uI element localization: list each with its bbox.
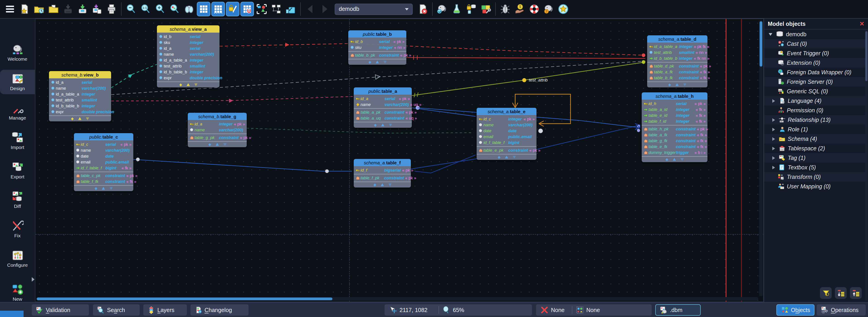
collapse-icon[interactable]	[85, 116, 90, 121]
collapse-diamond-icon[interactable]	[373, 123, 377, 127]
sidebar-item-design[interactable]: Design	[0, 70, 35, 94]
constraint-table_f_pk[interactable]: table_f_pkconstraint« pk »	[354, 175, 411, 181]
collapse-diamond-icon[interactable]	[70, 117, 74, 121]
column-id_h[interactable]: id_hserial« pk »	[642, 101, 708, 106]
constraint-table_e_pk[interactable]: table_e_pkconstraint« pk »	[477, 147, 536, 153]
column-id_a[interactable]: id_aserial	[157, 45, 219, 51]
collapse-diamond-icon[interactable]	[373, 183, 377, 187]
table-header[interactable]: schema_a.view_a	[157, 25, 219, 33]
column-name[interactable]: namevarchar(200)	[188, 127, 247, 133]
manage-permissions-button[interactable]	[464, 2, 478, 16]
expand-icon[interactable]	[380, 123, 385, 127]
column-id_a[interactable]: id_aserial	[49, 79, 111, 85]
expand-icon[interactable]	[504, 155, 508, 160]
collapse-diamond-icon[interactable]	[179, 83, 183, 87]
zoom-in-button[interactable]	[153, 2, 167, 16]
canvas-hscrollbar[interactable]	[36, 297, 758, 301]
table-header[interactable]: schema_a.table_f	[354, 159, 411, 166]
expand-icon[interactable]	[380, 182, 384, 187]
donate-button[interactable]: $	[513, 2, 527, 16]
column-id_f[interactable]: id_fbigserial« pk »	[354, 167, 411, 173]
column-id_b_table_b[interactable]: id_b_table_binteger	[157, 69, 219, 75]
column-table_e_id[interactable]: table_e_idinteger« fk »	[642, 112, 708, 118]
column-date[interactable]: datedate	[477, 128, 536, 134]
snap-to-grid-button[interactable]	[240, 2, 254, 16]
sidebar-item-welcome[interactable]: Welcome	[0, 40, 35, 65]
sidebar-item-manage[interactable]: Manage	[0, 99, 35, 124]
expand-icon[interactable]	[675, 82, 679, 87]
column-id_b[interactable]: id_bserial« pk »	[348, 38, 406, 44]
table-table_a[interactable]: public.table_aid_aserial« pk »namevarcha…	[354, 87, 412, 128]
expand-icon[interactable]	[186, 82, 190, 87]
tree-item-perm[interactable]: Permission (0)	[764, 106, 866, 115]
collapse-diamond-icon[interactable]	[94, 186, 98, 190]
tree-item-event[interactable]: Event Trigger (0)	[764, 48, 866, 58]
page-delimiters-button[interactable]	[211, 2, 225, 16]
compact-view-button[interactable]	[284, 2, 298, 16]
validation-button[interactable]: Validation	[32, 304, 89, 316]
dbm-file-tab[interactable]: .dbm	[655, 304, 701, 316]
tree-expand-caret[interactable]	[772, 137, 775, 141]
model-canvas[interactable]: schema_a.view_aid_bserialskuintegerid_as…	[35, 19, 764, 302]
nav-forward-button[interactable]	[318, 2, 332, 16]
collapse-icon[interactable]	[512, 155, 516, 160]
tree-item-demodb[interactable]: demodb	[764, 29, 866, 39]
column-name[interactable]: namevarchar(200)	[74, 147, 133, 153]
open-recent-button[interactable]	[32, 2, 46, 16]
tree-item-fdw[interactable]: Foreign Data Wrapper (0)	[764, 68, 866, 77]
panel-scroll-thumb[interactable]	[865, 31, 868, 81]
validate-model-button[interactable]	[435, 2, 449, 16]
table-table_d[interactable]: schema_a.table_did_a_table_ainteger« pk …	[647, 35, 708, 87]
zoom-out-button[interactable]	[124, 2, 138, 16]
tree-item-ext[interactable]: Extension (0)	[764, 58, 866, 68]
column-id_c[interactable]: id_cinteger« pk »	[477, 116, 536, 122]
sidebar-item-fix[interactable]: Fix	[0, 217, 35, 241]
view-view_a[interactable]: schema_a.view_aid_bserialskuintegerid_as…	[157, 25, 219, 87]
column-email[interactable]: emailpublic.email	[477, 134, 536, 139]
expand-icon[interactable]	[78, 116, 82, 121]
main-menu-button[interactable]	[3, 2, 17, 16]
operations-toggle-button[interactable]: Operations	[817, 304, 866, 316]
collapse-icon[interactable]	[193, 82, 198, 87]
collapse-diamond-icon[interactable]	[497, 155, 501, 159]
tree-item-sql[interactable]: SQLGeneric SQL (0)	[764, 86, 866, 96]
constraint-table_b_pk[interactable]: table_b_pkconstraint« pk »	[348, 52, 406, 58]
view-view_b[interactable]: schema_b.view_bid_aserialnamevarchar(200…	[49, 71, 111, 121]
constraint-table_a_uq[interactable]: table_a_uqconstraint« uq »	[354, 115, 412, 121]
constraint-table_a_pk[interactable]: table_a_pkconstraint« pk »	[354, 109, 412, 115]
table-header[interactable]: schema_b.view_b	[49, 71, 111, 78]
collapse-icon[interactable]	[382, 60, 387, 64]
sidebar-item-diff[interactable]: Diff	[0, 187, 35, 212]
collapse-diamond-icon[interactable]	[208, 142, 212, 146]
collapse-diamond-icon[interactable]	[668, 83, 672, 87]
canvas-vscrollbar[interactable]	[759, 20, 763, 296]
column-id_b_table_b[interactable]: id_b_table_binteger	[49, 103, 111, 109]
expand-all-button[interactable]	[835, 287, 847, 298]
tree-expand-caret[interactable]	[772, 99, 775, 103]
column-id_a[interactable]: id_ainteger« pk »	[188, 121, 247, 127]
column-test_attrib[interactable]: test_attribsmallint« nn »	[647, 49, 708, 55]
constraint-table_h_pk[interactable]: table_h_pkconstraint« pk »	[642, 126, 708, 132]
table-table_f[interactable]: schema_a.table_fid_fbigserial« pk »table…	[354, 159, 411, 187]
objects-toggle-button[interactable]: Objects	[776, 304, 814, 316]
collapse-all-button[interactable]	[850, 287, 862, 298]
collapse-diamond-icon[interactable]	[665, 157, 669, 162]
column-id_c[interactable]: id_cserial« pk »	[74, 141, 133, 147]
auto-arrange-button[interactable]	[269, 2, 283, 16]
column-name[interactable]: namevarchar(200)« uq »	[354, 101, 412, 107]
filter-button[interactable]	[820, 287, 832, 298]
table-table_g[interactable]: schema_b.table_gid_ainteger« pk »namevar…	[188, 113, 247, 147]
canvas-hscroll-thumb[interactable]	[37, 297, 333, 300]
column-name[interactable]: namevarchar(200)	[157, 51, 219, 57]
lock-protect-button[interactable]	[226, 2, 240, 16]
expand-icon[interactable]	[101, 186, 106, 191]
constraint-table_g_pk[interactable]: table_g_pkconstraint« pk »	[188, 135, 247, 140]
tree-item-rel[interactable]: RELRelationship (13)	[764, 115, 866, 125]
column-name[interactable]: namevarchar(200)	[49, 85, 111, 91]
support-button[interactable]	[527, 2, 541, 16]
tree-item-fsrv[interactable]: Foreign Server (0)	[764, 77, 866, 86]
show-grid-button[interactable]	[197, 2, 210, 16]
tree-expand-caret[interactable]	[772, 146, 775, 150]
table-header[interactable]: public.table_b	[348, 30, 406, 38]
column-id_f_table_f[interactable]: id_f_table_fbigint	[477, 139, 536, 145]
